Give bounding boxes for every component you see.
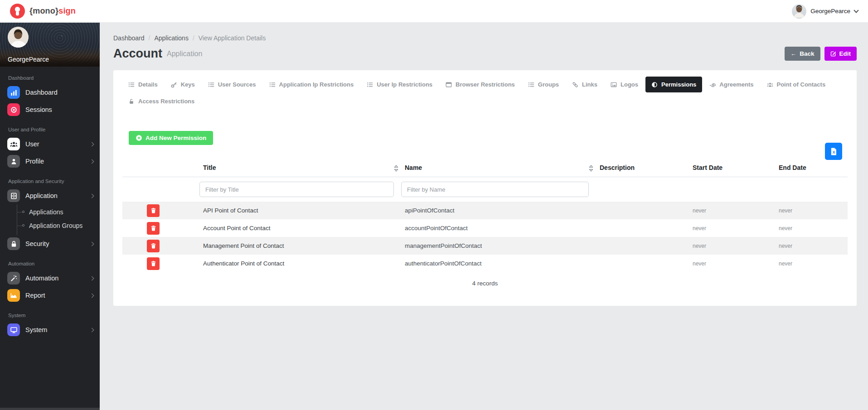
excel-file-icon: X [829,147,838,156]
chevron-right-icon [90,241,94,246]
edit-button-label: Edit [839,50,851,57]
breadcrumb: Dashboard / Applications / View Applicat… [113,34,857,42]
breadcrumb-applications[interactable]: Applications [154,34,189,42]
tab-user-ip-restrictions[interactable]: User Ip Restrictions [361,77,438,92]
sidebar-item-system[interactable]: System [0,321,100,338]
tab-user-sources[interactable]: User Sources [202,77,262,92]
svg-text:X: X [832,150,835,154]
sidebar-item-label: Report [25,292,85,299]
tab-label: Point of Contacts [777,81,826,88]
tab-point-of-contacts[interactable]: Point of Contacts [761,77,832,92]
sidebar-item-security[interactable]: Security [0,235,100,252]
cell-start-date: never [689,237,775,255]
cell-name: accountPointOfContact [401,219,596,237]
sidebar-item-label: System [25,326,85,333]
sidebar-item-report[interactable]: Report [0,287,100,304]
sidebar-item-label: User [25,140,85,148]
column-name[interactable]: Name [401,159,596,177]
sort-arrows-icon[interactable] [394,165,398,172]
breadcrumb-dashboard[interactable]: Dashboard [113,34,145,42]
sidebar-item-profile[interactable]: Profile [0,153,100,170]
cell-description [596,202,689,219]
trash-icon [150,225,156,231]
tab-browser-restrictions[interactable]: Browser Restrictions [440,77,521,92]
back-button-label: Back [800,50,814,57]
tab-access-restrictions[interactable]: Access Restrictions [122,93,200,109]
person-icon [7,155,20,168]
cell-start-date: never [689,219,775,237]
chevron-right-icon [90,293,94,298]
arrow-left-icon: ← [790,50,797,57]
filter-by-title-input[interactable] [199,182,394,197]
tab-groups[interactable]: Groups [522,77,565,92]
sidebar-item-application[interactable]: Application [0,187,100,204]
sort-arrows-icon[interactable] [589,165,593,172]
delete-permission-button[interactable] [147,257,160,270]
sidebar-item-dashboard[interactable]: Dashboard [0,84,100,101]
tab-label: Access Restrictions [138,98,194,105]
monosign-logo-icon [10,4,25,19]
chevron-right-icon [90,193,94,198]
sidebar-subitem-label: Applications [29,208,63,216]
app-window: {mono}sign GeorgePearce GeorgePearce Das… [0,0,868,410]
user-menu[interactable]: GeorgePearce [792,4,858,19]
tab-label: Logos [621,81,638,88]
pencil-square-icon [830,51,836,57]
tab-label: User Ip Restrictions [377,81,432,88]
cell-start-date: never [689,255,775,272]
cell-name: apiPointOfContact [401,202,596,219]
chevron-down-icon [853,8,858,13]
bar-chart-icon [7,86,20,99]
tab-keys[interactable]: Keys [165,77,201,92]
tab-label: Application Ip Restrictions [279,81,354,88]
users-icon [7,138,20,150]
trash-icon [150,207,156,213]
breadcrumb-separator: / [149,34,150,42]
edit-button[interactable]: Edit [824,47,857,61]
cell-end-date: never [775,202,848,219]
add-new-permission-button[interactable]: Add New Permission [129,131,213,145]
chevron-right-icon [90,159,94,164]
trash-icon [150,243,156,249]
tab-details[interactable]: Details [122,77,164,92]
cell-title: Authenticator Point of Contact [199,255,401,272]
export-excel-button[interactable]: X [825,143,842,160]
sidebar-subitem-applications[interactable]: Applications [17,205,100,219]
tab-logos[interactable]: Logos [605,77,644,92]
nav-section-system: System [0,304,100,321]
sidebar-item-sessions[interactable]: Sessions [0,101,100,118]
sidebar-subitem-application-groups[interactable]: Application Groups [17,219,100,232]
cell-title: API Point of Contact [199,202,401,219]
column-title[interactable]: Title [199,159,401,177]
tabs-row-2: Access Restrictions [122,93,848,110]
lock-icon [128,98,135,105]
cell-description [596,255,689,272]
sidebar-scrollbar[interactable] [0,408,100,410]
filter-by-name-input[interactable] [401,182,589,197]
sidebar-item-label: Security [25,240,85,247]
tab-agreements[interactable]: Agreements [703,77,759,92]
sidebar-item-automation[interactable]: Automation [0,270,100,287]
page-title-row: Account Application ←Back Edit [113,47,857,61]
delete-permission-button[interactable] [147,222,160,235]
tab-links[interactable]: Links [566,77,603,92]
page-title: Account [113,47,162,61]
lock-icon [7,237,20,250]
delete-permission-button[interactable] [147,204,160,217]
brand-text: {mono}sign [29,6,76,16]
table-row: Authenticator Point of Contact authentic… [122,255,848,272]
tab-permissions[interactable]: Permissions [645,77,702,92]
page-subtitle: Application [167,50,202,58]
application-subnav: Applications Application Groups [17,204,100,235]
breadcrumb-separator: / [193,34,194,42]
sidebar-profile[interactable]: GeorgePearce [0,23,100,67]
sidebar: GeorgePearce Dashboard Dashboard Session… [0,23,100,410]
column-title-label: Title [203,164,216,171]
permissions-toolbar: Add New Permission [129,131,841,145]
back-button[interactable]: ←Back [785,47,820,61]
delete-permission-button[interactable] [147,240,160,252]
cell-title: Management Point of Contact [199,237,401,255]
sidebar-item-user[interactable]: User [0,135,100,153]
tab-application-ip-restrictions[interactable]: Application Ip Restrictions [263,77,360,92]
brand-logo[interactable]: {mono}sign [10,4,76,19]
